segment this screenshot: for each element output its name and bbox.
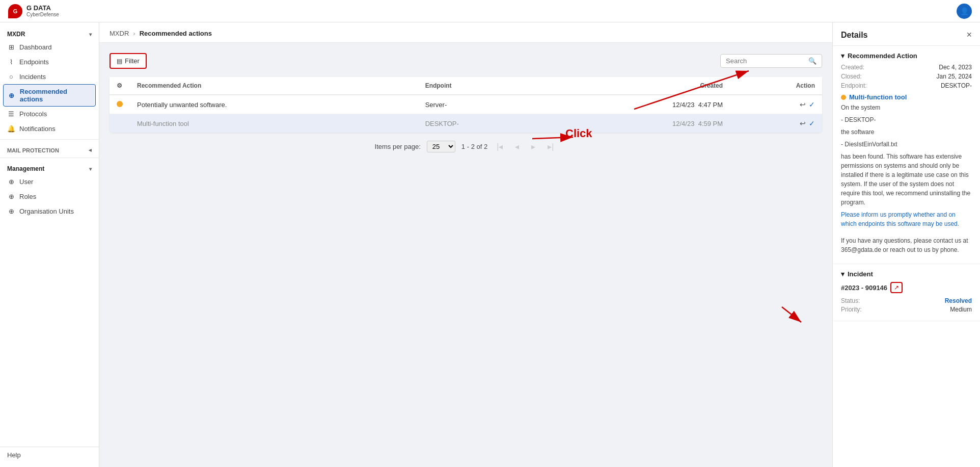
external-link-icon: ↗ bbox=[894, 284, 899, 291]
avatar[interactable]: 👤 bbox=[957, 4, 972, 19]
sidebar-item-dashboard[interactable]: ⊞ Dashboard bbox=[0, 40, 99, 55]
the-software-text: the software bbox=[841, 127, 972, 137]
col-severity: ⚙ bbox=[110, 77, 130, 95]
endpoint-value: DESKTOP- bbox=[941, 82, 972, 89]
sidebar-divider bbox=[0, 139, 99, 140]
management-collapse-icon[interactable]: ▾ bbox=[89, 166, 92, 172]
sidebar-item-incidents[interactable]: ○ Incidents bbox=[0, 69, 99, 84]
incidents-icon: ○ bbox=[7, 73, 15, 81]
pagination-first-button[interactable]: |◂ bbox=[494, 141, 506, 152]
check-icon[interactable]: ✓ bbox=[809, 100, 815, 109]
logo-text: G DATA CyberDefense bbox=[26, 5, 59, 17]
col-action[interactable]: Recommended Action bbox=[130, 77, 418, 95]
priority-value: Medium bbox=[950, 306, 972, 313]
sidebar-item-label: Roles bbox=[19, 193, 36, 200]
endpoint-text: Server- bbox=[425, 101, 447, 109]
col-created[interactable]: Created bbox=[551, 77, 730, 95]
sidebar-help[interactable]: Help bbox=[0, 447, 99, 463]
sidebar-item-label: Protocols bbox=[19, 110, 47, 118]
pagination-prev-button[interactable]: ◂ bbox=[512, 141, 522, 152]
filter-button[interactable]: ▤ Filter bbox=[110, 53, 147, 69]
action-text: Multi-function tool bbox=[137, 120, 189, 127]
description-text: has been found. This software has extens… bbox=[841, 152, 972, 207]
incident-id-row: #2023 - 909146 ↗ bbox=[841, 282, 972, 293]
date-text: 12/4/23 bbox=[672, 120, 694, 127]
pagination-next-button[interactable]: ▸ bbox=[528, 141, 538, 152]
collapse-icon: ▾ bbox=[841, 52, 845, 60]
search-icon: 🔍 bbox=[808, 57, 816, 65]
created-cell: 12/4/23 4:59 PM bbox=[551, 114, 730, 133]
priority-row: Priority: Medium bbox=[841, 306, 972, 313]
sidebar-item-label: Recommended actions bbox=[20, 88, 91, 103]
col-table-action: Action bbox=[730, 77, 822, 95]
details-header: Details × bbox=[833, 22, 980, 46]
col-endpoint[interactable]: Endpoint bbox=[418, 77, 551, 95]
sidebar-item-protocols[interactable]: ☰ Protocols bbox=[0, 107, 99, 121]
created-value: Dec 4, 2023 bbox=[939, 64, 972, 71]
breadcrumb-root[interactable]: MXDR bbox=[110, 30, 129, 37]
closed-label: Closed: bbox=[841, 73, 862, 80]
sidebar-item-notifications[interactable]: 🔔 Notifications bbox=[0, 121, 99, 136]
page-content: ▤ Filter 🔍 ⚙ bbox=[99, 43, 832, 467]
details-title: Details bbox=[841, 31, 867, 40]
search-input[interactable] bbox=[726, 57, 805, 65]
mail-protection-label: Mail Protection bbox=[7, 147, 59, 153]
mail-protection-collapse-icon[interactable]: ◂ bbox=[89, 147, 92, 153]
sidebar-divider2 bbox=[0, 158, 99, 158]
sidebar-item-label: Dashboard bbox=[19, 43, 52, 51]
table-row[interactable]: Multi-function tool DESKTOP- 12/4/23 4:5… bbox=[110, 114, 822, 133]
incident-section-header[interactable]: ▾ Incident bbox=[841, 270, 972, 278]
table-row[interactable]: Potentially unwanted software. Server- 1… bbox=[110, 95, 822, 114]
severity-cell bbox=[110, 114, 130, 133]
incident-section: ▾ Incident #2023 - 909146 ↗ Status: Reso… bbox=[833, 264, 980, 321]
sidebar-item-label: Organisation Units bbox=[19, 207, 74, 215]
data-table: ⚙ Recommended Action Endpoint Created Ac… bbox=[110, 77, 822, 133]
incident-link-button[interactable]: ↗ bbox=[890, 282, 903, 293]
items-per-page-select[interactable]: 25 50 100 bbox=[427, 141, 455, 152]
mxdr-section: MXDR ▾ bbox=[0, 27, 99, 40]
user-icon: ⊕ bbox=[7, 178, 15, 186]
notifications-icon: 🔔 bbox=[7, 125, 15, 133]
severity-dot-empty bbox=[117, 120, 123, 126]
sidebar-item-organisation-units[interactable]: ⊕ Organisation Units bbox=[0, 204, 99, 219]
logo-shield-icon: G bbox=[8, 4, 22, 18]
sidebar-item-roles[interactable]: ⊕ Roles bbox=[0, 189, 99, 204]
severity-cell bbox=[110, 95, 130, 114]
endpoint-label: Endpoint: bbox=[841, 82, 867, 89]
endpoint-cell: Server- bbox=[418, 95, 551, 114]
pagination: Items per page: 25 50 100 1 - 2 of 2 |◂ … bbox=[110, 133, 822, 161]
highlight-text: Please inform us promptly whether and on… bbox=[841, 210, 972, 228]
status-value: Resolved bbox=[945, 297, 972, 304]
incident-collapse-icon: ▾ bbox=[841, 270, 845, 278]
dashboard-icon: ⊞ bbox=[7, 43, 15, 51]
check-icon[interactable]: ✓ bbox=[809, 119, 815, 127]
mxdr-collapse-icon[interactable]: ▾ bbox=[89, 32, 92, 37]
roles-icon: ⊕ bbox=[7, 193, 15, 200]
endpoints-icon: ⌇ bbox=[7, 58, 15, 66]
breadcrumb-current: Recommended actions bbox=[140, 30, 212, 37]
sidebar-item-user[interactable]: ⊕ User bbox=[0, 174, 99, 189]
details-panel: Details × ▾ Recommended Action Created: … bbox=[832, 22, 980, 467]
breadcrumb-separator: › bbox=[133, 30, 135, 37]
sidebar-item-recommended-actions[interactable]: ⊕ Recommended actions bbox=[3, 84, 96, 107]
recommended-action-section-header[interactable]: ▾ Recommended Action bbox=[841, 52, 972, 60]
sidebar-item-label: User bbox=[19, 178, 33, 186]
items-per-page-label: Items per page: bbox=[375, 143, 421, 150]
main-content: MXDR › Recommended actions ▤ Filter bbox=[99, 22, 832, 467]
action-cell: Multi-function tool bbox=[130, 114, 418, 133]
undo-icon[interactable]: ↩ bbox=[800, 119, 806, 127]
help-label: Help bbox=[7, 451, 21, 459]
pagination-last-button[interactable]: ▸| bbox=[545, 141, 557, 152]
management-section: Management ▾ bbox=[0, 161, 99, 174]
sidebar-item-label: Incidents bbox=[19, 73, 46, 81]
endpoint-row: Endpoint: DESKTOP- bbox=[841, 82, 972, 89]
status-label: Status: bbox=[841, 297, 860, 304]
action-cell: Potentially unwanted software. bbox=[130, 95, 418, 114]
filename-text: - DiesIstEinVorfall.txt bbox=[841, 140, 972, 149]
close-button[interactable]: × bbox=[966, 30, 972, 40]
endpoint-text: DESKTOP- bbox=[425, 120, 459, 127]
sidebar-item-endpoints[interactable]: ⌇ Endpoints bbox=[0, 55, 99, 69]
status-row: Status: Resolved bbox=[841, 297, 972, 304]
action-text: Potentially unwanted software. bbox=[137, 101, 227, 109]
undo-icon[interactable]: ↩ bbox=[800, 100, 806, 109]
